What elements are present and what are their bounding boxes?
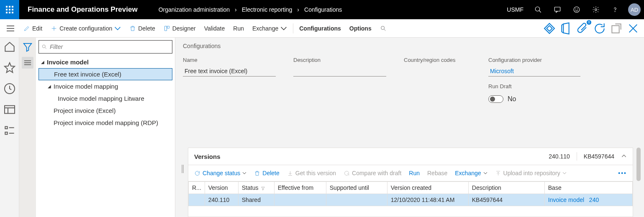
col-header[interactable]: Description	[468, 182, 544, 194]
refresh-icon	[593, 22, 606, 35]
field-value-link[interactable]: Microsoft	[488, 66, 580, 77]
delete-button[interactable]: Delete	[125, 19, 159, 38]
cell: Invoice model 240	[544, 194, 632, 206]
options-tab[interactable]: Options	[345, 19, 376, 38]
get-version-button[interactable]: Get this version	[287, 170, 336, 176]
run-draft-toggle[interactable]	[488, 95, 503, 103]
user-avatar[interactable]: AD	[628, 3, 641, 16]
nav-favorites[interactable]	[3, 61, 16, 74]
chevron-up-icon	[621, 153, 627, 159]
field-value[interactable]: Free text invoice (Excel)	[183, 66, 276, 77]
cell: 240.110	[205, 194, 238, 206]
field-value[interactable]	[293, 66, 386, 77]
col-header[interactable]: Supported until	[326, 182, 387, 194]
open-in-new-button[interactable]	[559, 22, 573, 35]
scrollbar[interactable]	[636, 148, 641, 217]
edit-button[interactable]: Edit	[19, 19, 46, 38]
user-params-button[interactable]	[543, 22, 556, 35]
col-header[interactable]: Version created	[387, 182, 468, 194]
find-button[interactable]	[376, 19, 391, 38]
tree-node[interactable]: Invoice model mapping Litware	[38, 92, 172, 105]
company-selector[interactable]: USMF	[502, 6, 529, 13]
workspace-icon	[3, 103, 16, 116]
breadcrumb-item[interactable]: Organization administration	[159, 6, 230, 13]
action-label: Options	[349, 25, 372, 32]
lines-icon	[22, 57, 33, 69]
filter-box[interactable]	[38, 40, 172, 54]
tree-node[interactable]: ◢ Invoice model mapping	[38, 80, 172, 92]
attachments-button[interactable]: 0	[576, 22, 590, 35]
tree-node-root[interactable]: ◢ Invoice model	[38, 56, 172, 68]
run-button[interactable]: Run	[229, 19, 248, 38]
sidebar: ◢ Invoice model Free text invoice (Excel…	[36, 38, 175, 217]
search-button[interactable]	[529, 0, 548, 19]
collapse-icon[interactable]: ◢	[40, 60, 45, 64]
tree-node[interactable]: Project invoice (Excel)	[38, 105, 172, 117]
rebase-button[interactable]: Rebase	[427, 170, 447, 176]
popout-icon	[610, 22, 623, 35]
action-label: Exchange	[252, 25, 278, 32]
change-status-button[interactable]: Change status	[194, 170, 246, 176]
col-header[interactable]: Version	[205, 182, 238, 194]
tree-label: Invoice model mapping	[54, 83, 118, 90]
configurations-tab[interactable]: Configurations	[295, 19, 345, 38]
nav-toggle-button[interactable]	[2, 26, 19, 31]
svg-rect-13	[164, 26, 167, 31]
list-toggle[interactable]	[22, 57, 33, 69]
col-header[interactable]: Status	[238, 182, 274, 194]
table-row[interactable]: 240.110 Shared 12/10/2020 11:48:41 AM KB…	[189, 194, 633, 206]
nav-recent[interactable]	[3, 82, 16, 95]
close-icon	[626, 22, 640, 35]
validate-button[interactable]: Validate	[200, 19, 229, 38]
popout-button[interactable]	[610, 22, 623, 35]
upload-repo-button[interactable]: Upload into repository	[495, 170, 567, 176]
feedback-button[interactable]	[567, 0, 586, 19]
nav-modules[interactable]	[3, 124, 16, 137]
filter-input[interactable]	[50, 43, 169, 50]
cell	[326, 194, 387, 206]
tree-node[interactable]: Project invoice model mapping (RDP)	[38, 117, 172, 129]
svg-point-5	[577, 9, 578, 9]
splitter-handle[interactable]	[181, 163, 185, 175]
cell: KB4597644	[468, 194, 544, 206]
chevron-down-icon	[280, 25, 287, 32]
nav-workspaces[interactable]	[3, 103, 16, 116]
settings-button[interactable]	[586, 0, 606, 19]
collapse-button[interactable]	[621, 153, 627, 160]
messages-button[interactable]	[548, 0, 567, 19]
base-link[interactable]: Invoice model	[548, 197, 584, 203]
col-header[interactable]: Effective from	[274, 182, 326, 194]
close-button[interactable]	[626, 22, 640, 35]
tree-label: Project invoice model mapping (RDP)	[54, 119, 158, 126]
tree-node[interactable]: Free text invoice (Excel)	[38, 68, 172, 80]
refresh-button[interactable]	[593, 22, 606, 35]
col-header[interactable]: R...	[189, 182, 205, 194]
col-header[interactable]: Base	[544, 182, 632, 194]
app-launcher-button[interactable]	[0, 0, 19, 19]
more-actions-button[interactable]: •••	[618, 170, 627, 176]
designer-button[interactable]: Designer	[159, 19, 200, 38]
breadcrumb-item[interactable]: Configurations	[304, 6, 342, 13]
collapse-icon[interactable]: ◢	[47, 84, 52, 89]
base-version-link[interactable]: 240	[589, 197, 599, 203]
svg-point-0	[535, 7, 540, 11]
scrollbar-thumb[interactable]	[636, 148, 641, 181]
breadcrumb-item[interactable]: Electronic reporting	[242, 6, 292, 13]
version-exchange-menu[interactable]: Exchange	[455, 170, 487, 176]
filter-toggle[interactable]	[22, 41, 33, 53]
action-label: Designer	[172, 25, 196, 32]
exchange-menu[interactable]: Exchange	[248, 19, 291, 38]
chat-icon	[554, 6, 561, 13]
field-label: Country/region codes	[404, 57, 471, 63]
compare-icon	[344, 170, 350, 176]
nav-home[interactable]	[3, 40, 16, 54]
create-configuration-button[interactable]: Create configuration	[46, 19, 125, 38]
version-run-button[interactable]: Run	[409, 170, 420, 176]
compare-draft-button[interactable]: Compare with draft	[344, 170, 401, 176]
svg-line-32	[45, 48, 46, 49]
action-label: Configurations	[299, 25, 341, 32]
chevron-down-icon	[242, 171, 246, 175]
version-delete-button[interactable]: Delete	[254, 170, 279, 176]
help-button[interactable]	[606, 0, 625, 19]
star-icon	[3, 61, 16, 74]
